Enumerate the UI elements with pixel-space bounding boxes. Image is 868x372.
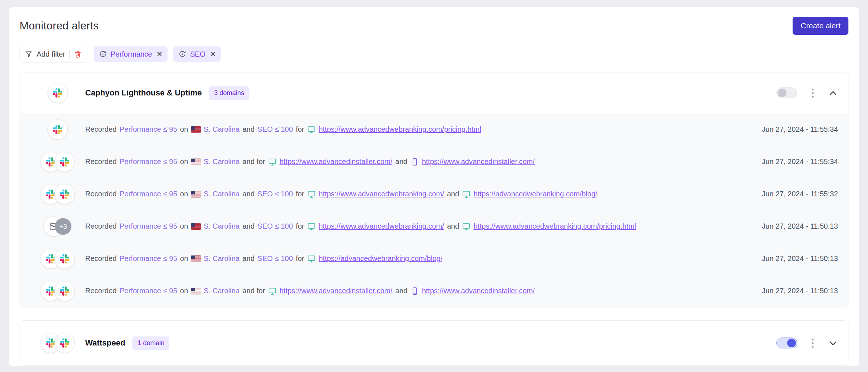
domains-badge: 3 domains [209,86,249,100]
toggle-knob [787,339,796,347]
filter-funnel-icon [25,50,33,58]
toggle-knob [778,89,786,97]
alert-group-card: Caphyon Lighthouse & Uptime 3 domains Re… [20,73,848,307]
alert-text: for [296,190,304,198]
filter-chip[interactable]: Performance✕ [94,46,168,62]
chevron-down-icon[interactable] [828,338,838,348]
alert-avatars: +3 [30,217,85,236]
alert-avatars [30,120,85,139]
url-with-icon: https://www.advancedwebranking.com/prici… [462,222,636,231]
metric-condition: SEO ≤ 100 [257,222,293,230]
alert-avatars [30,152,85,172]
alert-text: and [243,254,255,263]
slack-icon [55,152,74,172]
alert-timestamp: Jun 27, 2024 - 11:50:13 [753,287,838,295]
alert-url-link[interactable]: https://www.advancedinstaller.com/ [280,158,392,166]
url-with-icon: https://www.advancedwebranking.com/ [307,222,444,231]
metric-condition: SEO ≤ 100 [257,125,293,134]
alert-url-link[interactable]: https://www.advancedwebranking.com/ [319,190,444,198]
alert-text: and [243,222,255,230]
alert-row: RecordedPerformance ≤ 95onS. Carolinaand… [20,242,848,275]
us-flag-icon [191,256,201,262]
alert-sentence: RecordedPerformance ≤ 95onS. Carolinaand… [85,125,481,134]
url-with-icon: https://www.advancedinstaller.com/ [410,287,535,295]
group-enabled-toggle[interactable] [776,338,797,348]
url-with-icon: https://www.advancedinstaller.com/ [268,287,392,295]
alert-text: Recorded [85,190,117,198]
panel-header: Monitored alerts Create alert [15,17,853,35]
us-flag-icon [191,191,201,197]
alert-text: and for [243,158,265,166]
group-title: Caphyon Lighthouse & Uptime [85,88,202,98]
kebab-menu-icon[interactable] [810,337,815,349]
alert-row: RecordedPerformance ≤ 95onS. Carolinaand… [20,275,848,307]
desktop-icon [462,222,471,231]
metric-condition: Performance ≤ 95 [120,254,177,263]
alert-text: and [395,158,407,166]
desktop-icon [268,158,277,166]
add-filter-label: Add filter [37,50,65,58]
monitored-alerts-panel: Monitored alerts Create alert Add filter… [9,7,859,366]
slack-icon [55,333,74,353]
kebab-menu-icon[interactable] [810,87,815,99]
metric-condition: SEO ≤ 100 [257,254,293,263]
desktop-icon [307,254,316,263]
alert-url-link[interactable]: https://www.advancedwebranking.com/ [319,222,444,230]
alert-text: and [447,190,459,198]
url-with-icon: https://www.advancedwebranking.com/ [307,190,444,199]
location-label: S. Carolina [204,190,240,198]
alert-url-link[interactable]: https://www.advancedwebranking.com/prici… [319,125,481,134]
url-with-icon: https://www.advancedinstaller.com/ [268,158,392,166]
alert-text: Recorded [85,125,117,134]
alert-url-link[interactable]: https://www.advancedwebranking.com/prici… [474,222,636,230]
alert-text: Recorded [85,254,117,263]
alert-text: on [180,222,188,230]
add-filter-button[interactable]: Add filter [20,46,87,62]
desktop-icon [268,287,277,295]
alert-sentence: RecordedPerformance ≤ 95onS. Carolinaand… [85,287,535,295]
alert-avatars [30,184,85,204]
group-title: Wattspeed [85,338,125,348]
close-x-icon[interactable]: ✕ [210,50,216,58]
alert-text: on [180,190,188,198]
us-flag-icon [191,288,201,294]
trash-icon[interactable] [74,50,82,58]
metric-condition: Performance ≤ 95 [120,287,177,295]
alert-url-link[interactable]: https://advancedwebranking.com/blog/ [474,190,597,198]
metric-condition: Performance ≤ 95 [120,222,177,230]
create-alert-button[interactable]: Create alert [793,17,848,35]
alert-timestamp: Jun 27, 2024 - 11:50:13 [753,254,838,263]
filter-chips: Performance✕SEO✕ [94,46,221,62]
group-controls [776,337,838,349]
filter-row: Add filter Performance✕SEO✕ [20,46,848,62]
url-with-icon: https://advancedwebranking.com/blog/ [307,254,442,263]
alert-text: on [180,158,188,166]
alert-avatars [30,281,85,301]
alert-row: RecordedPerformance ≤ 95onS. Carolinaand… [20,113,848,146]
alert-sentence: RecordedPerformance ≤ 95onS. Carolinaand… [85,158,535,166]
url-with-icon: https://advancedwebranking.com/blog/ [462,190,597,199]
metric-condition: Performance ≤ 95 [120,158,177,166]
filter-chip[interactable]: SEO✕ [173,46,221,62]
us-flag-icon [191,159,201,165]
alert-group-header[interactable]: Wattspeed 1 domain [20,321,848,365]
alert-group-header[interactable]: Caphyon Lighthouse & Uptime 3 domains [20,73,848,113]
chevron-up-icon[interactable] [828,88,838,98]
location-label: S. Carolina [204,287,240,295]
desktop-icon [307,222,316,231]
alert-url-link[interactable]: https://advancedwebranking.com/blog/ [319,254,442,263]
mobile-icon [410,287,419,295]
slack-icon [48,83,67,103]
alert-text: Recorded [85,287,117,295]
group-enabled-toggle[interactable] [776,87,797,98]
alert-url-link[interactable]: https://www.advancedinstaller.com/ [280,287,392,295]
alert-text: and [447,222,459,230]
alert-url-link[interactable]: https://www.advancedinstaller.com/ [422,158,535,166]
location-label: S. Carolina [204,254,240,263]
alert-url-link[interactable]: https://www.advancedinstaller.com/ [422,287,535,295]
url-with-icon: https://www.advancedwebranking.com/prici… [307,125,481,134]
close-x-icon[interactable]: ✕ [156,50,162,58]
alert-text: and for [243,287,265,295]
metric-condition: SEO ≤ 100 [257,190,293,198]
alert-text: Recorded [85,222,117,230]
